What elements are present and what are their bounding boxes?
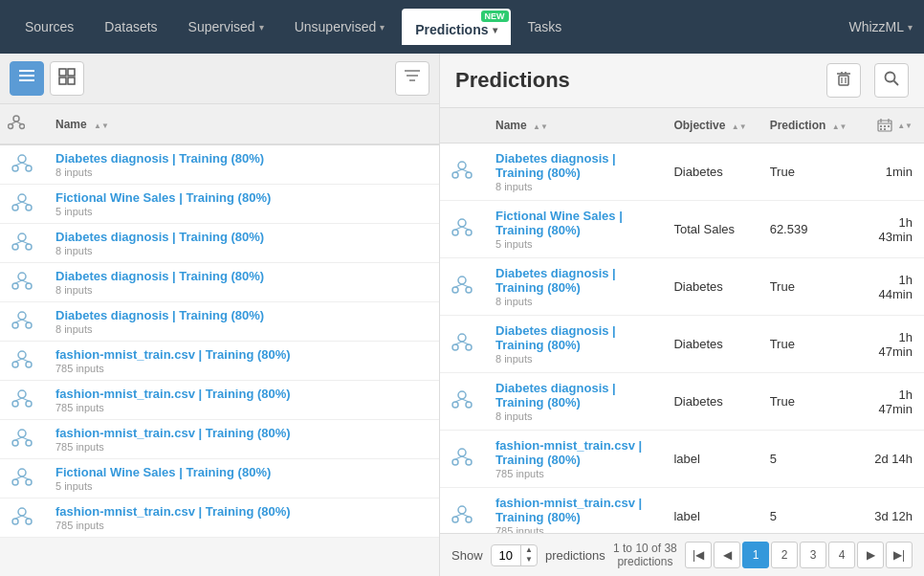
table-row[interactable]: Diabetes diagnosis | Training (80%) 8 in… <box>0 263 439 302</box>
svg-rect-7 <box>405 70 420 72</box>
row-name-link[interactable]: fashion-mnist_train.csv | Training (80%) <box>55 504 428 519</box>
page-4-button[interactable]: 4 <box>828 542 855 568</box>
nav-predictions[interactable]: NEW Predictions ▾ <box>402 9 510 45</box>
filter-button[interactable] <box>395 61 429 96</box>
pred-name-link[interactable]: Diabetes diagnosis | Training (80%) <box>495 381 650 410</box>
row-name-link[interactable]: Diabetes diagnosis | Training (80%) <box>55 308 428 322</box>
next-page-icon: ▶ <box>867 548 875 562</box>
pred-name-cell: Fictional Wine Sales | Training (80%) 5 … <box>484 201 662 258</box>
first-page-button[interactable]: |◀ <box>685 542 712 568</box>
nav-supervised[interactable]: Supervised ▾ <box>175 11 277 42</box>
row-name-link[interactable]: Fictional Wine Sales | Training (80%) <box>55 465 428 479</box>
pred-time-cell: 3d 12h <box>859 488 924 534</box>
pred-table-row[interactable]: fashion-mnist_train.csv | Training (80%)… <box>440 431 924 488</box>
search-button[interactable] <box>874 63 909 98</box>
svg-point-45 <box>18 390 26 398</box>
pred-model-icon <box>451 332 473 353</box>
last-page-button[interactable]: ▶| <box>886 542 913 568</box>
table-row[interactable]: Diabetes diagnosis | Training (80%) 8 in… <box>0 302 439 342</box>
svg-point-35 <box>18 312 26 320</box>
row-name-link[interactable]: Diabetes diagnosis | Training (80%) <box>55 269 428 283</box>
pred-name-link[interactable]: Diabetes diagnosis | Training (80%) <box>495 266 650 295</box>
delete-button[interactable] <box>826 63 861 98</box>
svg-line-110 <box>455 456 462 459</box>
table-row[interactable]: Fictional Wine Sales | Training (80%) 5 … <box>0 459 439 498</box>
row-name-link[interactable]: Diabetes diagnosis | Training (80%) <box>55 151 428 166</box>
row-name-link[interactable]: Diabetes diagnosis | Training (80%) <box>55 230 428 244</box>
row-name-link[interactable]: Fictional Wine Sales | Training (80%) <box>55 190 428 205</box>
per-page-down-arrow: ▼ <box>525 555 533 565</box>
svg-point-10 <box>13 116 19 122</box>
first-page-icon: |◀ <box>693 548 704 562</box>
per-page-selector[interactable]: 10 ▲ ▼ <box>491 544 538 566</box>
pred-prediction-header[interactable]: Prediction ▲▼ <box>759 108 859 144</box>
pred-name-link[interactable]: Fictional Wine Sales | Training (80%) <box>495 209 650 237</box>
pred-objective-header[interactable]: Objective ▲▼ <box>662 108 758 144</box>
page-2-button[interactable]: 2 <box>771 542 798 568</box>
pred-name-link[interactable]: Diabetes diagnosis | Training (80%) <box>495 151 650 180</box>
pagination-info: 1 to 10 of 38 predictions <box>613 542 677 568</box>
page-1-button[interactable]: 1 <box>742 542 769 568</box>
row-name-cell: Fictional Wine Sales | Training (80%) 5 … <box>44 459 439 498</box>
pred-table-row[interactable]: Diabetes diagnosis | Training (80%) 8 in… <box>440 258 924 316</box>
page-3-button[interactable]: 3 <box>800 542 826 568</box>
svg-line-106 <box>462 399 469 402</box>
pred-model-icon <box>451 504 473 525</box>
pred-table-row[interactable]: Diabetes diagnosis | Training (80%) 8 in… <box>440 144 924 201</box>
nav-sources[interactable]: Sources <box>11 11 87 42</box>
table-row[interactable]: fashion-mnist_train.csv | Training (80%)… <box>0 342 439 381</box>
row-icon-cell <box>0 302 44 342</box>
pred-table-row[interactable]: fashion-mnist_train.csv | Training (80%)… <box>440 488 924 534</box>
time-sort-arrows: ▲▼ <box>897 122 913 130</box>
pred-row-icon <box>440 316 484 373</box>
page-1-label: 1 <box>753 548 759 562</box>
prev-page-button[interactable]: ◀ <box>714 542 740 568</box>
list-view-button[interactable] <box>10 61 44 96</box>
pred-sub-label: 8 inputs <box>495 181 650 192</box>
pagination-bar: Show 10 ▲ ▼ predictions 1 to 10 of 38 pr… <box>440 533 924 576</box>
svg-point-109 <box>466 459 472 465</box>
pred-table-row[interactable]: Diabetes diagnosis | Training (80%) 8 in… <box>440 316 924 373</box>
table-row[interactable]: Fictional Wine Sales | Training (80%) 5 … <box>0 185 439 224</box>
pred-name-cell: Diabetes diagnosis | Training (80%) 8 in… <box>484 258 662 316</box>
next-page-button[interactable]: ▶ <box>857 542 884 568</box>
row-icon-cell <box>0 342 44 381</box>
grid-view-button[interactable] <box>50 61 84 96</box>
row-name-link[interactable]: fashion-mnist_train.csv | Training (80%) <box>55 387 428 401</box>
pred-time-header[interactable]: ▲▼ <box>859 108 924 144</box>
svg-point-84 <box>466 172 472 178</box>
left-section: Name ▲▼ Diabetes diagnosis | Training (8… <box>0 54 440 576</box>
model-icon <box>11 388 33 410</box>
svg-point-41 <box>12 362 18 367</box>
svg-point-104 <box>466 402 472 408</box>
predictions-chevron-icon: ▾ <box>493 25 497 35</box>
table-row[interactable]: Diabetes diagnosis | Training (80%) 8 in… <box>0 224 439 263</box>
pred-name-link[interactable]: Diabetes diagnosis | Training (80%) <box>495 323 650 352</box>
pred-table-row[interactable]: Fictional Wine Sales | Training (80%) 5 … <box>440 201 924 258</box>
row-name-link[interactable]: fashion-mnist_train.csv | Training (80%) <box>55 426 428 440</box>
pred-prediction-cell: 5 <box>759 488 859 534</box>
svg-point-108 <box>452 459 458 465</box>
nav-datasets[interactable]: Datasets <box>91 11 170 42</box>
filter-icon <box>404 68 421 89</box>
name-column-header[interactable]: Name ▲▼ <box>44 104 439 144</box>
pred-table-body: Diabetes diagnosis | Training (80%) 8 in… <box>440 144 924 534</box>
pred-name-link[interactable]: fashion-mnist_train.csv | Training (80%) <box>495 438 650 467</box>
nav-brand[interactable]: WhizzML ▾ <box>848 19 913 34</box>
pred-name-header[interactable]: Name ▲▼ <box>484 108 662 144</box>
table-row[interactable]: fashion-mnist_train.csv | Training (80%)… <box>0 381 439 420</box>
table-row[interactable]: fashion-mnist_train.csv | Training (80%)… <box>0 498 439 538</box>
row-name-cell: fashion-mnist_train.csv | Training (80%)… <box>44 381 439 420</box>
pred-name-cell: fashion-mnist_train.csv | Training (80%)… <box>484 488 662 534</box>
show-label: Show <box>451 548 483 563</box>
row-name-link[interactable]: fashion-mnist_train.csv | Training (80%) <box>55 347 428 362</box>
per-page-arrows[interactable]: ▲ ▼ <box>521 545 537 564</box>
nav-unsupervised[interactable]: Unsupervised ▾ <box>281 11 399 42</box>
pred-table-row[interactable]: Diabetes diagnosis | Training (80%) 8 in… <box>440 373 924 431</box>
nav-tasks[interactable]: Tasks <box>515 11 576 42</box>
svg-point-107 <box>458 449 466 456</box>
pred-name-link[interactable]: fashion-mnist_train.csv | Training (80%) <box>495 496 650 524</box>
table-row[interactable]: fashion-mnist_train.csv | Training (80%)… <box>0 420 439 459</box>
table-row[interactable]: Diabetes diagnosis | Training (80%) 8 in… <box>0 144 439 185</box>
model-icon <box>11 153 33 174</box>
